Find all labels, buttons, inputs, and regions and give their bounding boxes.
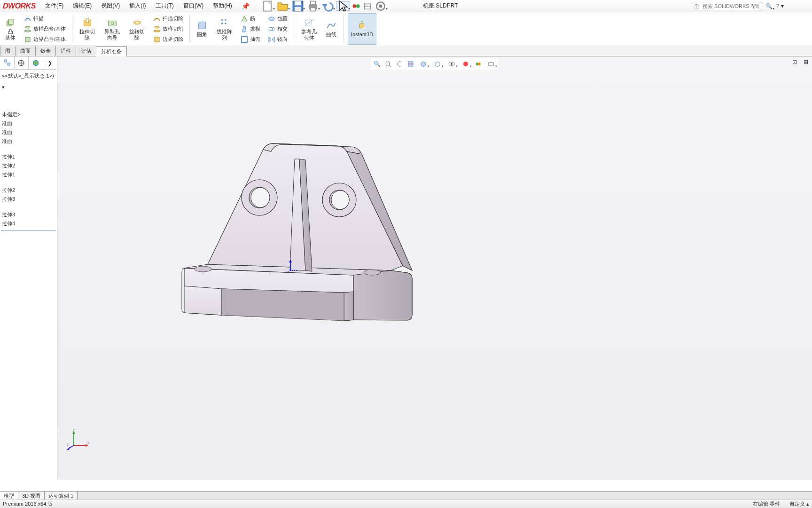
intersect-button[interactable]: 相交 [265,24,290,34]
tree-item[interactable]: ▾ [1,83,56,91]
tab-weldment[interactable]: 焊件 [55,46,76,56]
linear-pattern-button[interactable]: 线性阵 列 [213,13,235,45]
view-orientation-icon[interactable]: ▾ [417,59,430,69]
tree-item-feature[interactable]: 拉伸1 [1,152,56,161]
boundary-cut-label: 边界切除 [163,36,183,42]
bottom-tab-3dview[interactable]: 3D 视图 [18,492,45,500]
loft-boss-button[interactable]: 放样凸台/基体 [22,24,68,34]
menu-insert[interactable]: 插入(I) [125,0,149,11]
menu-file[interactable]: 文件(F) [41,0,67,11]
svg-rect-2 [295,1,301,5]
menu-help[interactable]: 帮助(H) [209,0,236,11]
boundary-cut-button[interactable]: 边界切除 [151,34,186,45]
select-arrow-button[interactable]: ▾ [336,1,350,11]
svg-point-30 [221,23,223,24]
tab-surface[interactable]: 曲面 [15,46,36,56]
tree-item-plane[interactable]: 准面 [1,128,56,137]
wrap-button[interactable]: 包覆 [265,14,290,24]
extrude-boss-button[interactable]: 凸 基体 [2,13,19,45]
svg-point-29 [225,19,226,21]
svg-rect-18 [25,37,30,42]
undo-button[interactable]: ▾ [321,1,335,11]
tree-item-feature[interactable]: 拉伸3 [1,210,56,219]
menu-edit[interactable]: 编辑(E) [69,0,95,11]
swept-boss-button[interactable]: 扫描 [22,14,68,24]
menu-window[interactable]: 窗口(W) [180,0,207,11]
zoom-fit-icon[interactable]: 🔍 [372,59,382,69]
bottom-tab-motion[interactable]: 运动算例 1 [45,492,78,500]
bottom-tab-model[interactable]: 模型 [0,492,18,500]
swept-boss-label: 扫描 [33,16,44,22]
svg-point-26 [154,30,160,32]
rebuild-button[interactable] [351,1,361,11]
swept-cut-button[interactable]: 扫描切除 [151,14,186,24]
loft-cut-button[interactable]: 放样切割 [151,24,186,34]
hole-wizard-button[interactable]: 异型孔 向导 [101,13,123,45]
options-button[interactable] [362,1,373,11]
view-triad[interactable]: y x z [67,429,90,452]
section-view-icon[interactable] [406,59,416,69]
appearance-tab[interactable] [29,56,43,69]
tree-item-plane[interactable]: 准面 [1,119,56,128]
design-tree-tab[interactable] [0,56,15,69]
3d-viewport[interactable]: 🔍 ▾ ▾ ▾ ▾ ▾ ⊡ ⊞ [57,56,812,480]
rib-button[interactable]: 筋 [238,14,263,24]
view-settings-icon[interactable]: ▾ [484,59,498,69]
help-menu-button[interactable]: ? ▾ [776,3,784,9]
hide-show-icon[interactable]: ▾ [445,59,458,69]
svg-point-13 [379,4,382,8]
tree-item-feature[interactable]: 拉伸2 [1,186,56,195]
tab-evaluate[interactable]: 评估 [76,46,96,56]
extrude-cut-button[interactable]: 拉伸切 除 [76,13,98,45]
zoom-area-icon[interactable] [383,59,393,69]
edit-appearance-icon[interactable]: ▾ [459,59,472,69]
menu-tools[interactable]: 工具(T) [152,0,178,11]
tree-item-plane[interactable]: 准面 [1,137,56,146]
viewport-restore-icon[interactable]: ⊡ [789,57,800,67]
tab-analysis[interactable]: 分析准备 [96,46,127,56]
display-state-item[interactable]: <<默认>_显示状态 1>) [1,71,56,80]
menu-view[interactable]: 视图(V) [97,0,124,11]
app-logo: DWORKS [3,2,36,10]
origin-marker [286,259,300,274]
apply-scene-icon[interactable] [473,59,484,69]
tab-feature[interactable]: 图 [0,46,16,56]
tree-item-feature[interactable]: 拉伸1 [1,170,56,179]
rollback-bar[interactable] [1,230,56,230]
shell-button[interactable]: 抽壳 [238,34,263,45]
display-style-icon[interactable]: ▾ [431,59,444,69]
mirror-button[interactable]: 镜向 [265,34,290,45]
svg-rect-5 [311,1,316,4]
print-button[interactable]: ▾ [306,1,320,11]
intersect-label: 相交 [277,26,288,32]
custom-status[interactable]: 自定义 ▴ [789,500,809,508]
svg-text:y: y [73,429,75,431]
previous-view-icon[interactable] [394,59,405,69]
tree-item-material[interactable]: 未指定> [1,110,56,119]
save-button[interactable]: ▾ [291,1,305,11]
boundary-boss-button[interactable]: 边界凸台/基体 [22,34,68,45]
svg-point-7 [352,4,356,8]
settings-button[interactable]: ▾ [374,1,388,11]
curves-label: 曲线 [326,32,336,38]
instant3d-button[interactable]: Instant3D [348,13,376,45]
open-button[interactable]: ▾ [276,1,290,11]
fillet-button[interactable]: 圆角 [194,13,211,45]
viewport-max-icon[interactable]: ⊞ [801,57,811,67]
curves-button[interactable]: 曲线 [323,13,340,45]
tree-item-feature[interactable]: 拉伸4 [1,219,56,228]
tree-item-feature[interactable]: 拉伸2 [1,161,56,170]
new-doc-button[interactable]: ▾ [261,1,275,11]
expand-tab[interactable]: ❯ [43,56,57,69]
revolve-cut-button[interactable]: 旋转切 除 [126,13,148,45]
help-search-input[interactable] [692,2,762,10]
draft-button[interactable]: 拔模 [238,24,263,34]
svg-rect-9 [365,3,371,9]
property-tab[interactable] [15,56,29,69]
reference-geometry-button[interactable]: 参考几 何体 [298,13,320,45]
reference-geometry-label: 参考几 何体 [301,29,317,40]
search-go-button[interactable]: 🔍▾ [764,1,774,11]
tree-item-feature[interactable]: 拉伸3 [1,195,56,204]
tab-sheetmetal[interactable]: 钣金 [35,46,56,56]
pin-icon[interactable]: 📌 [242,2,250,10]
